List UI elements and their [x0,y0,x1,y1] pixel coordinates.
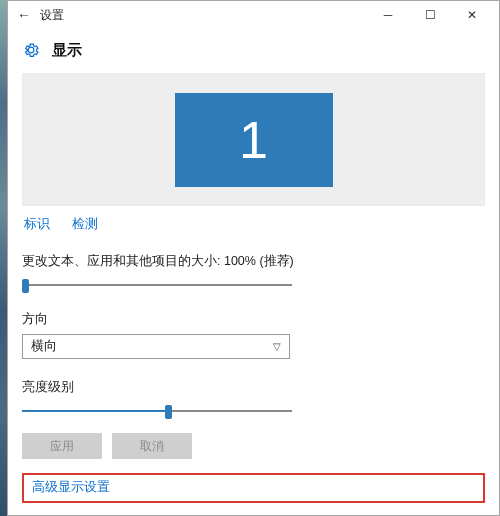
display-links: 标识 检测 [22,206,485,235]
scale-label: 更改文本、应用和其他项目的大小: 100% (推荐) [22,253,485,270]
close-button[interactable]: ✕ [451,1,493,29]
identify-link[interactable]: 标识 [24,216,50,233]
brightness-slider[interactable] [22,404,292,417]
maximize-button[interactable]: ☐ [409,1,451,29]
slider-thumb[interactable] [165,405,172,419]
scale-slider[interactable] [22,278,292,291]
apply-button: 应用 [22,433,102,459]
chevron-down-icon: ▽ [273,341,281,352]
cancel-button: 取消 [112,433,192,459]
brightness-label: 亮度级别 [22,379,485,396]
back-button[interactable]: ← [14,7,34,23]
advanced-display-link-highlight: 高级显示设置 [22,473,485,503]
page-title: 显示 [52,41,82,60]
settings-window: ← 设置 ─ ☐ ✕ 显示 1 标识 检测 更改文本、应用和其他项目的大小: 1… [7,0,500,516]
orientation-label: 方向 [22,311,485,328]
advanced-display-link[interactable]: 高级显示设置 [32,480,110,494]
page-header: 显示 [8,29,499,71]
orientation-value: 横向 [31,338,57,355]
slider-fill [22,410,168,412]
gear-icon [22,41,40,59]
minimize-button[interactable]: ─ [367,1,409,29]
desktop-strip [0,0,7,516]
slider-thumb[interactable] [22,279,29,293]
display-preview[interactable]: 1 [22,73,485,206]
orientation-select[interactable]: 横向 ▽ [22,334,290,359]
display-1[interactable]: 1 [175,93,333,187]
button-row: 应用 取消 [22,433,485,459]
content-area: 1 标识 检测 更改文本、应用和其他项目的大小: 100% (推荐) 方向 横向… [8,71,499,515]
display-number: 1 [239,110,268,170]
titlebar: ← 设置 ─ ☐ ✕ [8,1,499,29]
slider-track [22,284,292,286]
detect-link[interactable]: 检测 [72,216,98,233]
app-name: 设置 [40,7,64,24]
